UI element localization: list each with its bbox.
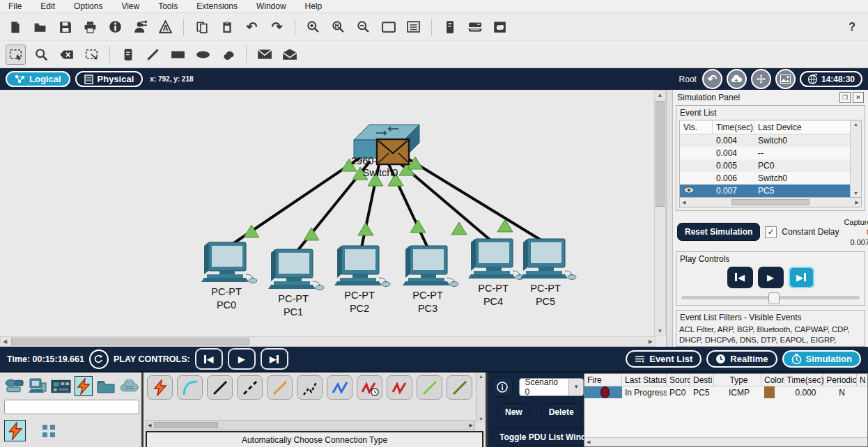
tab-physical[interactable]: Physical [75, 71, 144, 87]
add-simple-pdu-icon[interactable] [255, 45, 274, 64]
pdu-color-swatch[interactable] [764, 386, 775, 398]
device-pc1[interactable]: PC-PT PC1 [268, 249, 324, 317]
connection-copper-crossover-icon[interactable] [237, 375, 263, 400]
pdu-row[interactable]: In Progress PC0 PC5 ICMP 0.000 N [584, 386, 867, 398]
menu-extensions[interactable]: Extensions [196, 1, 238, 11]
constant-delay-checkbox[interactable]: ✓ [765, 226, 777, 238]
new-file-icon[interactable] [6, 17, 24, 36]
copy-icon[interactable] [192, 17, 211, 36]
device-search-input[interactable] [4, 400, 139, 414]
scroll-right-icon[interactable]: ▶ [855, 200, 859, 205]
device-pc2[interactable]: PC-PT PC2 [334, 246, 390, 314]
device-pc0[interactable]: PC-PT PC0 [201, 242, 257, 311]
connection-fiber-icon[interactable] [267, 375, 293, 400]
save-icon[interactable] [56, 17, 75, 36]
event-row[interactable]: 0.005PC0 [680, 159, 850, 172]
scroll-left-icon[interactable]: ◀ [148, 423, 151, 428]
activity-info-icon[interactable] [106, 17, 125, 36]
status-step-forward-button[interactable]: ▶ [261, 348, 288, 370]
viewport-clock[interactable]: 14:48:30 [800, 71, 862, 87]
device-pc4[interactable]: PC-PT PC4 [468, 239, 524, 307]
undo-icon[interactable]: ↶ [242, 17, 261, 36]
menu-options[interactable]: Options [74, 1, 102, 11]
connection-iot-custom-icon[interactable] [447, 375, 472, 400]
event-list-horizontal-scrollbar[interactable]: ◀▶ [679, 198, 862, 207]
menu-help[interactable]: Help [305, 1, 323, 11]
draw-line-tool-icon[interactable] [144, 45, 162, 64]
scroll-up-icon[interactable]: ▲ [853, 122, 858, 127]
open-file-icon[interactable] [31, 17, 49, 36]
subcategory-structured-cabling-icon[interactable] [38, 420, 59, 441]
category-end-devices-icon[interactable] [28, 376, 47, 396]
delete-tool-icon[interactable] [57, 45, 76, 64]
print-icon[interactable] [81, 17, 100, 36]
help-button[interactable]: ? [848, 21, 855, 33]
set-background-button[interactable] [775, 69, 796, 89]
event-row[interactable]: 0.004-- [680, 147, 850, 159]
category-miscellaneous-icon[interactable] [96, 376, 116, 396]
draw-rectangle-tool-icon[interactable] [169, 45, 187, 64]
scroll-right-icon[interactable]: ▶ [646, 337, 655, 346]
subcategory-connections-icon[interactable] [4, 420, 26, 441]
connection-phone-icon[interactable] [297, 375, 323, 400]
event-list-vertical-scrollbar[interactable]: ▲▼ [850, 120, 861, 197]
select-tool-icon[interactable] [6, 45, 26, 65]
scroll-up-icon[interactable]: ▲ [479, 374, 483, 379]
delete-scenario-button[interactable]: Delete [541, 403, 582, 421]
scenario-info-button[interactable] [492, 377, 513, 397]
scrollbar-thumb[interactable] [11, 338, 249, 345]
connection-serial-dte-icon[interactable] [387, 375, 412, 400]
scroll-right-icon[interactable]: ▶ [470, 423, 473, 428]
activity-wizard-icon[interactable] [131, 17, 150, 36]
scrollbar-thumb[interactable] [656, 101, 665, 207]
realtime-mode-button[interactable]: Realtime [706, 350, 777, 368]
redo-icon[interactable]: ↷ [268, 17, 286, 36]
network-information-icon[interactable] [440, 17, 459, 36]
category-network-devices-icon[interactable] [4, 376, 24, 396]
play-button[interactable]: ▶ [758, 267, 784, 288]
connection-panel-horizontal-scrollbar[interactable]: ◀▶ [146, 420, 475, 430]
draw-ellipse-tool-icon[interactable] [194, 45, 212, 64]
canvas-horizontal-scrollbar[interactable]: ◀▶ [0, 336, 656, 347]
simulation-speed-slider[interactable] [681, 296, 860, 299]
back-navigation-button[interactable]: ↶ [702, 69, 722, 89]
netacad-icon[interactable]: A [156, 17, 175, 36]
event-row[interactable]: 0.004Switch0 [680, 134, 850, 147]
device-pc3[interactable]: PC-PT PC3 [403, 246, 458, 314]
zoom-in-icon[interactable] [304, 17, 323, 36]
fire-pdu-button[interactable] [584, 386, 622, 398]
scroll-left-icon[interactable]: ◀ [1, 337, 9, 346]
draw-freeform-tool-icon[interactable] [219, 45, 238, 64]
pdu-table-horizontal-scrollbar[interactable]: ◀ [584, 437, 867, 446]
category-connections-icon[interactable] [75, 376, 93, 396]
canvas-vertical-scrollbar[interactable]: ▲▼ [654, 90, 666, 336]
device-pc5[interactable]: PC-PT PC5 [520, 239, 576, 307]
scroll-left-icon[interactable]: ◀ [587, 439, 590, 445]
scroll-up-icon[interactable]: ▲ [656, 91, 665, 100]
scroll-down-icon[interactable]: ▼ [656, 327, 665, 336]
panel-splitter[interactable] [666, 90, 673, 347]
connection-automatic-icon[interactable] [147, 375, 173, 400]
scroll-down-icon[interactable]: ▼ [853, 191, 858, 196]
event-row[interactable]: 0.006Switch0 [680, 172, 850, 185]
menu-tools[interactable]: Tools [158, 1, 178, 11]
scroll-down-icon[interactable]: ▼ [479, 416, 483, 421]
pdu-envelope-icon[interactable] [377, 139, 409, 164]
event-list-toggle-button[interactable]: Event List [626, 350, 702, 368]
simulation-mode-button[interactable]: Simulation [782, 350, 861, 368]
scrollbar-thumb[interactable] [154, 422, 218, 428]
menu-view[interactable]: View [121, 1, 139, 11]
dropdown-arrow-icon[interactable]: ▼ [568, 379, 583, 395]
category-multiuser-icon[interactable] [119, 376, 139, 396]
menu-window[interactable]: Window [256, 1, 286, 11]
add-complex-pdu-icon[interactable] [280, 45, 299, 64]
power-cycle-button[interactable] [89, 350, 109, 369]
category-components-icon[interactable] [51, 376, 71, 396]
menu-file[interactable]: File [8, 1, 22, 11]
connection-octal-icon[interactable] [417, 375, 442, 400]
environment-icon[interactable] [490, 17, 509, 36]
connection-serial-dce-icon[interactable] [357, 375, 382, 400]
event-row-selected[interactable]: 0.007 PC5 [680, 185, 850, 197]
zoom-out-icon[interactable] [354, 17, 373, 36]
status-step-back-button[interactable]: ◀ [195, 348, 223, 370]
